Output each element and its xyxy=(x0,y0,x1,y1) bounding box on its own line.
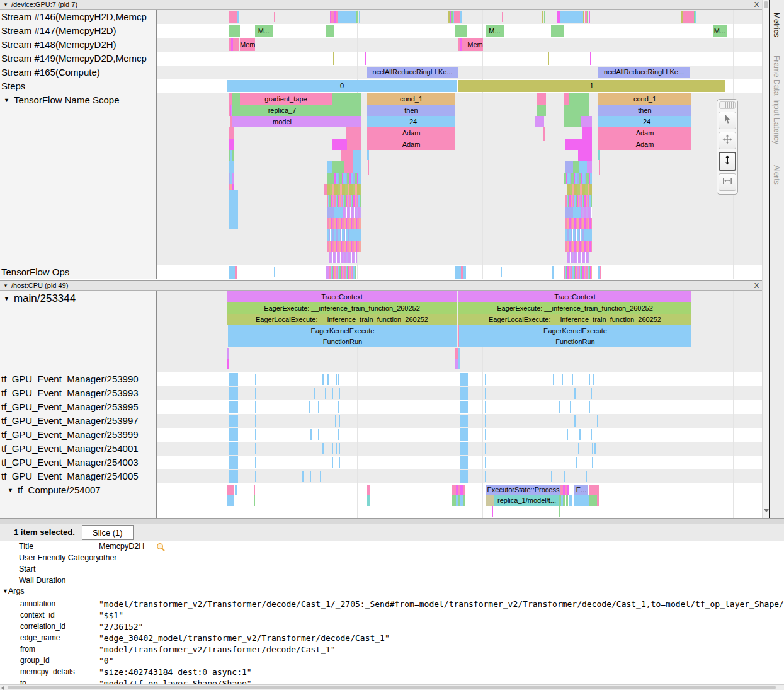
trace-slice[interactable] xyxy=(537,93,546,105)
event-tick[interactable] xyxy=(325,388,326,399)
trace-slice[interactable] xyxy=(564,93,569,105)
trace-slice[interactable] xyxy=(227,495,230,506)
trace-slice[interactable] xyxy=(544,11,545,23)
tab-slice[interactable]: Slice (1) xyxy=(82,525,134,540)
trace-slice[interactable] xyxy=(600,266,601,279)
trace-slice[interactable] xyxy=(567,485,569,495)
vertical-zoom-tool-button[interactable] xyxy=(719,152,736,171)
panel-divider[interactable] xyxy=(0,518,784,524)
event-tick[interactable] xyxy=(551,471,552,482)
trace-slice[interactable] xyxy=(502,12,503,22)
event-tick[interactable] xyxy=(318,401,319,413)
trace-slice[interactable] xyxy=(589,11,590,23)
trace-slice[interactable] xyxy=(565,229,584,241)
trace-slice[interactable] xyxy=(229,387,238,400)
event-tick[interactable] xyxy=(589,374,590,385)
horizontal-scrollbar[interactable] xyxy=(0,684,784,690)
trace-slice[interactable] xyxy=(695,11,696,23)
event-tick[interactable] xyxy=(579,429,581,440)
trace-slice[interactable] xyxy=(274,267,275,277)
trace-slice[interactable] xyxy=(235,266,237,279)
trace-slice[interactable] xyxy=(356,11,358,23)
trace-slice[interactable] xyxy=(230,485,234,495)
event-tick[interactable] xyxy=(309,401,310,413)
event-tick[interactable] xyxy=(255,415,256,427)
event-tick[interactable] xyxy=(597,415,598,427)
trace-slice[interactable] xyxy=(564,116,581,127)
trace-slice[interactable]: FunctionRun xyxy=(228,336,457,347)
event-tick[interactable] xyxy=(320,471,321,482)
trace-slice[interactable]: M... xyxy=(713,25,727,37)
trace-slice[interactable] xyxy=(235,485,237,495)
event-tick[interactable] xyxy=(589,401,590,413)
event-tick[interactable] xyxy=(318,429,319,440)
trace-slice[interactable] xyxy=(367,485,370,495)
trace-slice[interactable] xyxy=(582,127,592,139)
trace-slice[interactable] xyxy=(229,470,238,483)
trace-slice[interactable] xyxy=(581,207,592,218)
trace-slice[interactable]: EagerLocalExecute: __inference_train_fun… xyxy=(458,314,691,325)
trace-slice[interactable] xyxy=(563,495,565,506)
event-tick[interactable] xyxy=(586,471,587,482)
trace-slice[interactable]: Adam xyxy=(598,139,691,150)
trace-slice[interactable] xyxy=(565,218,592,229)
trace-slice[interactable] xyxy=(232,93,240,105)
trace-slice[interactable]: M... xyxy=(255,25,273,37)
event-tick[interactable] xyxy=(332,457,333,468)
trace-slice[interactable] xyxy=(327,207,334,218)
trace-slice[interactable]: _24 xyxy=(598,116,691,127)
trace-slice[interactable] xyxy=(567,184,592,195)
trace-slice[interactable] xyxy=(579,161,587,173)
trace-slice[interactable] xyxy=(463,495,465,506)
trace-slice[interactable] xyxy=(460,401,468,413)
timing-tool-button[interactable] xyxy=(719,173,736,191)
vertical-scrollbar-thumb[interactable] xyxy=(764,1,768,8)
trace-slice[interactable]: Adam xyxy=(367,127,455,139)
collapse-icon[interactable]: ▼ xyxy=(3,2,8,8)
event-tick[interactable] xyxy=(564,471,565,482)
trace-slice[interactable] xyxy=(254,506,254,517)
row-label[interactable]: ▼tf_Compute/254007 xyxy=(8,485,162,495)
trace-slice[interactable] xyxy=(315,506,315,517)
trace-slice[interactable] xyxy=(230,495,234,506)
event-tick[interactable] xyxy=(592,443,593,454)
event-tick[interactable] xyxy=(255,443,256,454)
trace-slice[interactable] xyxy=(589,495,597,506)
trace-slice[interactable] xyxy=(229,401,238,413)
collapse-icon[interactable]: ▼ xyxy=(3,283,8,289)
trace-slice[interactable] xyxy=(229,11,237,23)
trace-slice[interactable] xyxy=(327,161,332,173)
trace-slice[interactable] xyxy=(329,252,357,263)
event-tick[interactable] xyxy=(570,401,571,413)
trace-slice[interactable] xyxy=(492,506,493,517)
trace-slice[interactable] xyxy=(332,161,344,173)
select-tool-button[interactable] xyxy=(719,112,736,129)
trace-slice[interactable] xyxy=(455,25,458,37)
trace-slice[interactable] xyxy=(560,11,583,23)
trace-slice[interactable]: EagerExecute: __inference_train_function… xyxy=(458,302,691,314)
trace-slice[interactable]: M... xyxy=(486,25,504,37)
trace-slice[interactable] xyxy=(227,348,229,359)
trace-slice[interactable] xyxy=(326,25,334,37)
trace-slice[interactable]: 1 xyxy=(458,80,725,92)
event-tick[interactable] xyxy=(336,443,337,454)
trace-slice[interactable] xyxy=(589,485,599,495)
event-tick[interactable] xyxy=(336,374,337,385)
trace-slice[interactable] xyxy=(343,207,361,218)
trace-slice[interactable] xyxy=(359,11,360,23)
trace-slice[interactable] xyxy=(564,105,589,116)
trace-slice[interactable] xyxy=(229,139,234,150)
event-tick[interactable] xyxy=(594,443,596,454)
trace-slice[interactable] xyxy=(590,52,591,65)
trace-slice[interactable]: EagerLocalExecute: __inference_train_fun… xyxy=(227,314,457,325)
toolbar-drag-handle[interactable] xyxy=(719,101,736,109)
event-tick[interactable] xyxy=(255,401,256,413)
trace-slice[interactable] xyxy=(233,38,239,51)
trace-slice[interactable] xyxy=(353,150,361,161)
trace-slice[interactable] xyxy=(587,11,588,23)
trace-slice[interactable] xyxy=(460,456,468,469)
trace-slice[interactable] xyxy=(565,207,573,218)
trace-slice[interactable] xyxy=(543,127,545,141)
trace-slice[interactable] xyxy=(551,25,564,37)
event-tick[interactable] xyxy=(314,388,315,399)
